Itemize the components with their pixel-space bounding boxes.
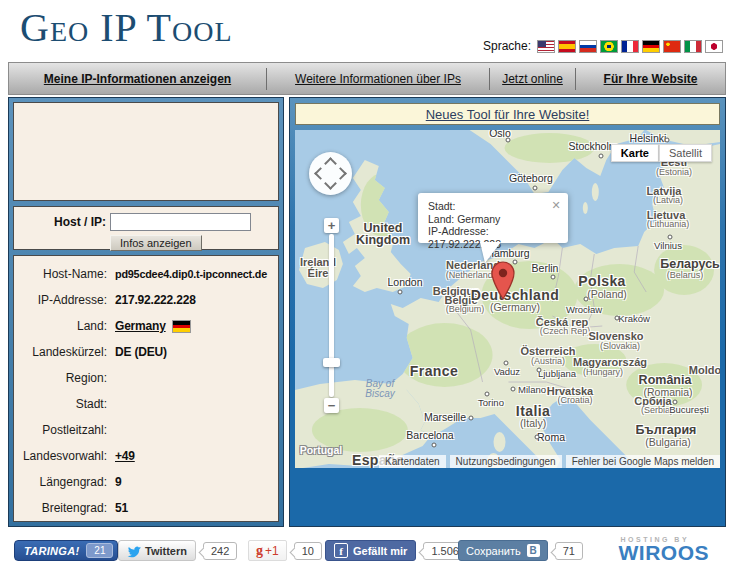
vk-count[interactable]: 71 — [555, 542, 583, 560]
map-type-control: Karte Satellit — [611, 144, 712, 162]
map-label: Helsinki — [630, 132, 667, 144]
map-label: България — [636, 423, 697, 437]
facebook-icon: f — [334, 543, 348, 558]
map-type-karte-button[interactable]: Karte — [611, 144, 659, 162]
zoom-in-button[interactable]: + — [324, 218, 339, 233]
social-bar: TARINGA! 21 Twittern 242 g +1 10 f Gefäl… — [0, 539, 734, 565]
map-label: Roma — [537, 431, 565, 443]
info-row: Host-Name:pd95cdee4.dip0.t-ipconnect.de — [14, 261, 278, 287]
flag-br-icon[interactable] — [600, 40, 618, 53]
map-label: (Croatia) — [557, 395, 592, 405]
info-row: Landeskürzel:DE (DEU) — [14, 339, 278, 365]
info-label: Host-Name: — [14, 267, 107, 281]
language-switcher: Sprache: — [483, 39, 723, 53]
info-value: DE (DEU) — [115, 345, 167, 359]
map-city-dot — [673, 400, 678, 405]
ad-placeholder — [13, 102, 279, 201]
twitter-label: Twittern — [145, 545, 187, 557]
taringa-share-button[interactable]: TARINGA! 21 — [14, 540, 118, 561]
attribution-3[interactable]: Fehler bei Google Maps melden — [566, 455, 720, 468]
infos-anzeigen-button[interactable]: Infos anzeigen — [110, 235, 202, 251]
info-label: Breitengrad: — [14, 501, 107, 515]
pan-up-icon[interactable] — [324, 157, 337, 170]
host-ip-input[interactable] — [110, 213, 251, 231]
geo-ip-tool-page: Geo IP Tool Sprache: Meine IP-Informatio… — [0, 0, 734, 573]
flag-fr-icon[interactable] — [621, 40, 639, 53]
info-row: IP-Addresse:217.92.222.228 — [14, 287, 278, 313]
zoom-out-button[interactable]: − — [324, 398, 339, 413]
facebook-like-button[interactable]: f Gefällt mir — [325, 540, 416, 561]
zoom-slider-handle[interactable] — [323, 358, 340, 367]
map-city-dot — [432, 443, 437, 448]
info-label: IP-Addresse: — [14, 293, 107, 307]
map-label: (Austria) — [531, 356, 565, 366]
flag-es-icon[interactable] — [558, 40, 576, 53]
twitter-count[interactable]: 242 — [203, 542, 237, 560]
attribution-2[interactable]: Nutzungsbedingungen — [450, 455, 562, 468]
info-label: Region: — [14, 371, 107, 385]
map-label: (Latvia) — [653, 195, 683, 205]
map-label: Berlin — [532, 262, 559, 274]
twitter-share-group: Twittern 242 — [118, 540, 237, 561]
pan-control[interactable] — [309, 152, 352, 195]
map-city-dot — [599, 154, 604, 159]
twitter-bird-icon — [127, 544, 141, 558]
flag-cn-icon[interactable] — [663, 40, 681, 53]
map-label: (Hungary) — [583, 367, 623, 377]
map-label: (Belarus) — [667, 270, 704, 280]
info-value[interactable]: Germany — [115, 319, 166, 333]
new-tool-banner-link[interactable]: Neues Tool für Ihre Website! — [426, 107, 590, 122]
germany-flag-icon — [172, 320, 191, 333]
new-tool-banner: Neues Tool für Ihre Website! — [295, 103, 720, 125]
flag-ru-icon[interactable] — [579, 40, 597, 53]
pan-right-icon[interactable] — [334, 167, 347, 180]
map-marker-icon[interactable] — [491, 261, 515, 301]
pan-down-icon[interactable] — [324, 177, 337, 190]
nav-item-1[interactable]: Meine IP-Informationen anzeigen — [9, 72, 266, 86]
map-label: Polska — [578, 273, 626, 289]
info-row: Landesvorwahl:+49 — [14, 443, 278, 469]
info-value[interactable]: +49 — [115, 449, 135, 463]
ip-details-box: Host-Name:pd95cdee4.dip0.t-ipconnect.deI… — [13, 255, 279, 522]
site-logo[interactable]: Geo IP Tool — [20, 4, 233, 51]
nav-item-2[interactable]: Weitere Informationen über IPs — [267, 72, 489, 86]
map-canvas[interactable]: OsloHelsinkiStockholmGöteborgEesti(Eston… — [295, 130, 720, 468]
map-city-dot — [584, 297, 589, 302]
flag-de-icon[interactable] — [642, 40, 660, 53]
zoom-slider[interactable] — [329, 234, 334, 397]
nav-item-4[interactable]: Für Ihre Website — [576, 72, 725, 86]
info-window-tail — [480, 242, 501, 263]
map-city-dot — [533, 186, 538, 191]
info-value: 217.92.222.228 — [115, 293, 196, 307]
info-window-close-icon[interactable] — [551, 200, 561, 210]
nav-item-3[interactable]: Jetzt online — [490, 72, 575, 86]
map-attribution: KartendatenNutzungsbedingungenFehler bei… — [379, 455, 720, 468]
map-label: (Germany) — [490, 301, 540, 313]
twitter-share-button[interactable]: Twittern — [118, 540, 196, 561]
map-panel: Neues Tool für Ihre Website! — [289, 97, 726, 527]
map-label: Kingdom — [356, 233, 410, 247]
map-label: (Italy) — [520, 417, 546, 429]
map-label: (Czech Rep) — [540, 326, 591, 336]
flag-jp-icon[interactable] — [705, 40, 723, 53]
nav-bar: Meine IP-Informationen anzeigenWeitere I… — [8, 62, 726, 95]
map-city-dot — [485, 392, 490, 397]
language-label: Sprache: — [483, 39, 531, 53]
flag-us-icon[interactable] — [537, 40, 555, 53]
map-type-satellit-button[interactable]: Satellit — [659, 144, 712, 162]
flag-it-icon[interactable] — [684, 40, 702, 53]
map-label: Biscay — [365, 388, 394, 399]
map-label: Беларусь — [660, 257, 720, 271]
map-label: România — [639, 373, 692, 387]
map-label: București — [669, 404, 709, 415]
pan-left-icon[interactable] — [314, 167, 327, 180]
map-label: Ljubljana — [538, 368, 576, 379]
map-label: Moldo — [689, 364, 720, 376]
info-label: Stadt: — [14, 397, 107, 411]
gplus-count[interactable]: 10 — [294, 542, 322, 560]
wiroos-hosting-logo[interactable]: HOSTING BY WIROOS — [619, 536, 710, 563]
vk-save-button[interactable]: Сохранить В — [458, 540, 548, 561]
map-label: Barcelona — [406, 429, 453, 441]
attribution-1: Kartendaten — [379, 455, 446, 468]
gplus-button[interactable]: g +1 — [248, 540, 287, 561]
